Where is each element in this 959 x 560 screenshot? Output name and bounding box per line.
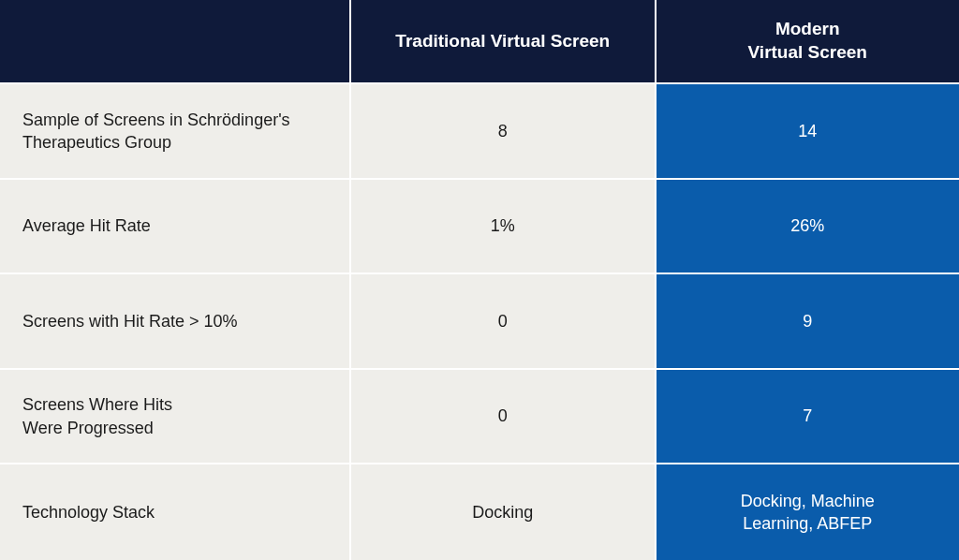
row-modern-value: 14 — [798, 120, 817, 142]
row-label: Average Hit Rate — [22, 214, 151, 237]
row-label-cell: Average Hit Rate — [0, 180, 351, 275]
header-traditional-text: Traditional Virtual Screen — [395, 30, 610, 53]
row-traditional-cell: 0 — [351, 370, 657, 465]
row-traditional-value: 1% — [491, 214, 515, 237]
row-traditional-cell: 0 — [351, 274, 657, 370]
row-traditional-value: 8 — [498, 120, 508, 142]
row-label: Technology Stack — [22, 501, 155, 523]
row-modern-value: 7 — [803, 405, 812, 427]
row-traditional-value: 0 — [498, 405, 508, 427]
header-traditional: Traditional Virtual Screen — [351, 0, 657, 84]
row-modern-cell: Docking, Machine Learning, ABFEP — [657, 464, 960, 560]
row-traditional-value: Docking — [472, 501, 533, 523]
table-row: Average Hit Rate 1% 26% — [0, 180, 959, 275]
row-modern-cell: 14 — [657, 84, 960, 180]
row-modern-value: 26% — [790, 214, 824, 237]
row-label: Sample of Screens in Schrödinger's Thera… — [22, 109, 327, 155]
row-traditional-cell: 8 — [351, 84, 657, 180]
row-traditional-cell: Docking — [351, 464, 657, 560]
header-modern-text: Modern Virtual Screen — [748, 18, 867, 64]
row-label: Screens Where Hits Were Progressed — [22, 393, 172, 439]
table-row: Technology Stack Docking Docking, Machin… — [0, 464, 959, 560]
row-modern-value: 9 — [803, 310, 812, 332]
row-modern-cell: 26% — [657, 180, 960, 275]
header-modern: Modern Virtual Screen — [657, 0, 960, 84]
row-modern-cell: 9 — [657, 274, 960, 370]
row-modern-value: Docking, Machine Learning, ABFEP — [741, 490, 875, 536]
row-label-cell: Screens Where Hits Were Progressed — [0, 370, 351, 465]
row-label-cell: Screens with Hit Rate > 10% — [0, 274, 351, 370]
table-header-row: Traditional Virtual Screen Modern Virtua… — [0, 0, 959, 84]
comparison-table: Traditional Virtual Screen Modern Virtua… — [0, 0, 959, 560]
row-traditional-cell: 1% — [351, 180, 657, 275]
table-row: Screens Where Hits Were Progressed 0 7 — [0, 370, 959, 465]
table-row: Sample of Screens in Schrödinger's Thera… — [0, 84, 959, 180]
row-label: Screens with Hit Rate > 10% — [22, 310, 238, 332]
header-corner-cell — [0, 0, 351, 84]
row-label-cell: Technology Stack — [0, 464, 351, 560]
row-modern-cell: 7 — [657, 370, 960, 465]
row-traditional-value: 0 — [498, 310, 508, 332]
table-row: Screens with Hit Rate > 10% 0 9 — [0, 274, 959, 370]
row-label-cell: Sample of Screens in Schrödinger's Thera… — [0, 84, 351, 180]
